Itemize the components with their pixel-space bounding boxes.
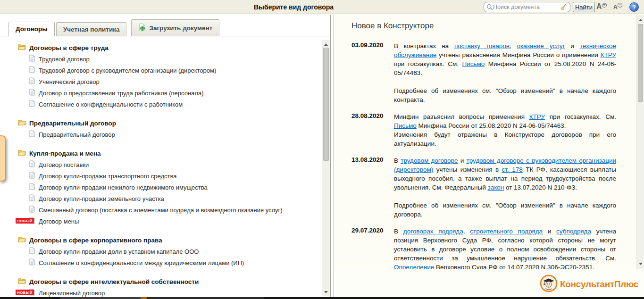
news-paragraph: В трудовом договоре и трудовом договоре … <box>394 156 616 192</box>
news-date: 29.07.2020 <box>351 227 394 269</box>
category: Договоры в сфере корпоративного праваДог… <box>18 234 330 268</box>
scroll-thumb[interactable] <box>323 48 329 161</box>
news-run: В <box>394 228 403 235</box>
category: Купля-продажа и менаДоговор поставкиДого… <box>18 148 330 227</box>
font-increase-icon[interactable]: A+ <box>596 2 607 11</box>
news-link[interactable]: Письмо <box>394 122 417 129</box>
news-link[interactable]: Письмо <box>462 60 485 67</box>
scroll-down-button[interactable] <box>322 289 330 295</box>
tree-item[interactable]: НОВЫЙЛицензионный договор <box>18 287 330 297</box>
category-header[interactable]: Купля-продажа и мена <box>18 148 330 159</box>
news-link[interactable]: оказание услуг <box>517 42 565 50</box>
news-paragraph: Подробнее об изменениях см. "Обзор измен… <box>394 201 616 219</box>
category-header[interactable]: Предварительный договор <box>18 117 330 129</box>
news-run: В контрактах на <box>394 42 454 50</box>
news-link[interactable]: КТРУ <box>529 113 545 120</box>
tree-item-label: Договор купли-продажи земельного участка <box>39 195 164 202</box>
news-header: Новое в Конструкторе <box>351 21 636 31</box>
tab-accounting-policy[interactable]: Учетная политика <box>56 22 127 36</box>
tree-item-label: Лицензионный договор <box>39 290 105 297</box>
news-link[interactable]: договорах подряда <box>403 228 463 235</box>
document-icon <box>29 247 35 256</box>
document-icon <box>29 258 35 267</box>
news-run: и <box>543 228 556 235</box>
category-title: Купля-продажа и мена <box>29 150 101 157</box>
side-panel-handle[interactable] <box>0 135 6 182</box>
news-link[interactable]: КТРУ <box>601 51 616 58</box>
taskbar-strip <box>0 297 644 299</box>
news-text: В контрактах на поставку товаров, оказан… <box>394 42 616 104</box>
folder-icon <box>18 236 26 244</box>
tree-item-label: Договор купли-продажи нежилого недвижимо… <box>39 184 208 191</box>
broom-icon[interactable] <box>560 3 568 11</box>
search-box[interactable] <box>484 2 570 12</box>
news-run: Минфина России от 25.08.2020 N 24-06-05/… <box>417 122 566 129</box>
tree-item[interactable]: Договор купли-продажи доли в уставном ка… <box>18 246 330 257</box>
tab-label: Договоры <box>16 25 48 33</box>
tab-upload-document[interactable]: Загрузить документ <box>131 19 219 36</box>
news-text: Минфин разъяснил вопросы применения КТРУ… <box>394 112 616 148</box>
tab-contracts[interactable]: Договоры <box>8 22 55 36</box>
category-header[interactable]: Договоры в сфере корпоративного права <box>18 234 330 246</box>
category-title: Договоры в сфере интеллектуальной собств… <box>29 278 199 285</box>
scroll-up-button[interactable] <box>322 41 330 48</box>
document-icon <box>29 206 35 214</box>
news-paragraph: Изменения будут отражены в Конструкторе … <box>394 130 616 148</box>
tree-item[interactable]: Предварительный договор <box>18 129 330 140</box>
tree-item[interactable]: Договор купли-продажи транспортного сред… <box>18 170 330 182</box>
news-footer: КонсультантПлюс <box>334 269 644 297</box>
document-icon <box>29 130 35 139</box>
news-link[interactable]: субподряда <box>556 228 591 235</box>
tree-item[interactable]: Смешанный договор (поставка с элементами… <box>18 204 330 216</box>
news-run: от 13.07.2020 N 210-ФЗ. <box>504 184 577 191</box>
tree-item[interactable]: Соглашение о конфиденциальности между юр… <box>18 257 330 268</box>
news-run: Изменения будут отражены в Конструкторе … <box>394 131 616 147</box>
news-run: учтены изменения в <box>433 166 502 173</box>
consultantplus-logo-icon <box>540 274 558 294</box>
tree-item-label: Предварительный договор <box>39 131 115 138</box>
taskbar-segment <box>60 297 144 299</box>
news-entry: 28.08.2020Минфин разъяснил вопросы приме… <box>334 112 636 148</box>
news-text: В трудовом договоре и трудовом договоре … <box>394 156 616 219</box>
news-link[interactable]: закон <box>487 184 504 191</box>
tree-item[interactable]: НОВЫЙДоговор мены <box>18 216 330 227</box>
document-icon <box>29 172 35 180</box>
consultantplus-logo[interactable]: КонсультантПлюс <box>540 274 638 294</box>
category-header[interactable]: Договоры в сфере труда <box>18 42 330 53</box>
news-link[interactable]: Определение <box>394 264 434 269</box>
tree-item[interactable]: Договор поставки <box>18 159 330 170</box>
tree-item[interactable]: Ученический договор <box>18 76 330 87</box>
category-header[interactable]: Договоры в сфере интеллектуальной собств… <box>18 276 330 287</box>
new-badge: НОВЫЙ <box>16 218 34 224</box>
tree-item-label: Ученический договор <box>39 78 100 85</box>
scroll-down-button[interactable] <box>637 260 644 267</box>
taskbar-segment <box>148 297 264 299</box>
tree-item[interactable]: Договор купли-продажи земельного участка <box>18 193 330 204</box>
search-input[interactable] <box>493 4 560 10</box>
scroll-thumb[interactable] <box>638 24 643 102</box>
font-decrease-icon[interactable]: A− <box>613 2 622 11</box>
news-link[interactable]: ст. 178 <box>502 166 523 173</box>
scroll-up-button[interactable] <box>637 17 644 23</box>
news-area: Новое в Конструкторе 03.09.2020В контрак… <box>334 15 636 269</box>
tree-item-label: Соглашение о конфиденциальности между юр… <box>39 259 244 266</box>
news-run: учтены разъяснения Минфина России о прим… <box>436 51 600 58</box>
right-scrollbar[interactable] <box>636 15 644 269</box>
news-run: Подробнее об изменениях см. "Обзор измен… <box>394 87 616 103</box>
folder-icon <box>18 119 26 127</box>
tree-item[interactable]: Трудовой договор с руководителем организ… <box>18 65 330 76</box>
folder-icon <box>18 278 26 285</box>
news-link[interactable]: поставку товаров <box>454 42 510 50</box>
tree-item[interactable]: Договор о предоставлении труда работнико… <box>18 87 330 99</box>
left-scrollbar[interactable] <box>322 40 330 296</box>
tree-item[interactable]: Соглашение о конфиденциальности с работн… <box>18 99 330 110</box>
tree-item[interactable]: Трудовой договор <box>18 53 330 65</box>
tab-bar: Договоры Учетная политика Загрузить доку… <box>0 15 330 36</box>
news-link[interactable]: строительного подряда <box>470 228 543 235</box>
news-run: и <box>565 42 580 50</box>
tree-item-label: Договор поставки <box>39 161 89 168</box>
help-icon[interactable]: ? <box>629 2 639 12</box>
find-button[interactable]: Найти <box>573 2 595 12</box>
tree-item[interactable]: Договор купли-продажи нежилого недвижимо… <box>18 182 330 193</box>
news-link[interactable]: трудовом договоре <box>401 157 458 164</box>
